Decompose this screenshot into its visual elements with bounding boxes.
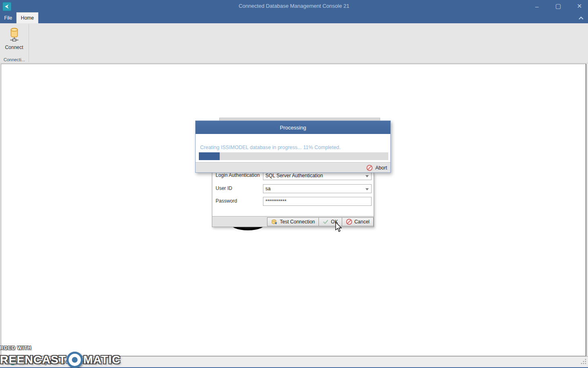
user-id-dropdown[interactable]: sa <box>263 184 372 193</box>
cancel-button[interactable]: Cancel <box>342 217 374 226</box>
processing-status-text: Creating ISSIMODEL database in progress.… <box>200 145 341 150</box>
close-button[interactable]: ✕ <box>574 1 585 11</box>
app-window: Connected Database Management Console 21… <box>0 0 588 368</box>
password-field[interactable]: *********** <box>263 197 372 206</box>
cancel-label: Cancel <box>354 219 370 225</box>
tab-file[interactable]: File <box>0 12 16 23</box>
mouse-cursor <box>335 222 343 235</box>
cancel-prohibition-icon <box>346 219 352 225</box>
chevron-down-icon[interactable] <box>365 188 369 190</box>
status-bar-text: Creating ISSIMODEL Database... <box>29 359 101 365</box>
maximize-button[interactable]: ▢ <box>553 1 564 11</box>
chevron-up-icon <box>578 16 584 20</box>
chevron-down-icon[interactable] <box>365 175 369 177</box>
ribbon-group-label: Connecti... <box>0 57 29 62</box>
tab-home[interactable]: Home <box>16 12 38 23</box>
processing-dialog-title: Processing <box>196 121 390 134</box>
user-id-label: User ID <box>216 185 232 191</box>
connection-dialog-footer: Test Connection OK Cancel <box>212 216 374 227</box>
user-id-value: sa <box>265 186 271 192</box>
abort-label: Abort <box>375 165 387 171</box>
abort-button[interactable]: Abort <box>366 164 387 172</box>
test-connection-label: Test Connection <box>280 219 315 225</box>
connect-button-label: Connect <box>5 45 23 50</box>
window-title: Connected Database Management Console 21 <box>0 3 588 9</box>
progress-bar-fill <box>199 152 220 160</box>
login-authentication-value: SQL Server Authentication <box>265 173 323 178</box>
title-bar: Connected Database Management Console 21… <box>0 0 588 12</box>
check-icon <box>323 219 329 224</box>
user-id-row: User ID sa <box>212 184 374 193</box>
login-authentication-label: Login Authentication <box>216 172 260 178</box>
status-bar: Creating ISSIMODEL Database... <box>0 356 588 367</box>
connect-to-server-dialog: Login Authentication SQL Server Authenti… <box>212 173 374 227</box>
ribbon: Connect Connecti... <box>0 23 588 63</box>
password-value: *********** <box>265 198 286 204</box>
database-connect-icon <box>7 27 21 42</box>
test-connection-button[interactable]: Test Connection <box>267 217 319 226</box>
test-database-icon <box>271 219 278 225</box>
resize-grip[interactable] <box>581 359 586 366</box>
window-controls: – ▢ ✕ <box>532 0 585 12</box>
progress-bar <box>199 152 388 160</box>
abort-prohibition-icon <box>366 165 373 171</box>
collapse-ribbon-button[interactable] <box>577 14 586 22</box>
connect-button[interactable]: Connect <box>1 25 27 57</box>
cursor-arrow-icon <box>335 222 343 233</box>
minimize-button[interactable]: – <box>532 1 542 11</box>
ribbon-group-separator <box>29 24 29 62</box>
password-label: Password <box>216 198 237 204</box>
processing-dialog: Processing Creating ISSIMODEL database i… <box>195 120 391 173</box>
processing-dialog-footer: Abort <box>196 162 390 172</box>
ribbon-tab-row: File Home <box>0 12 588 23</box>
status-spinner-icon <box>9 358 16 367</box>
password-row: Password *********** <box>212 197 374 206</box>
